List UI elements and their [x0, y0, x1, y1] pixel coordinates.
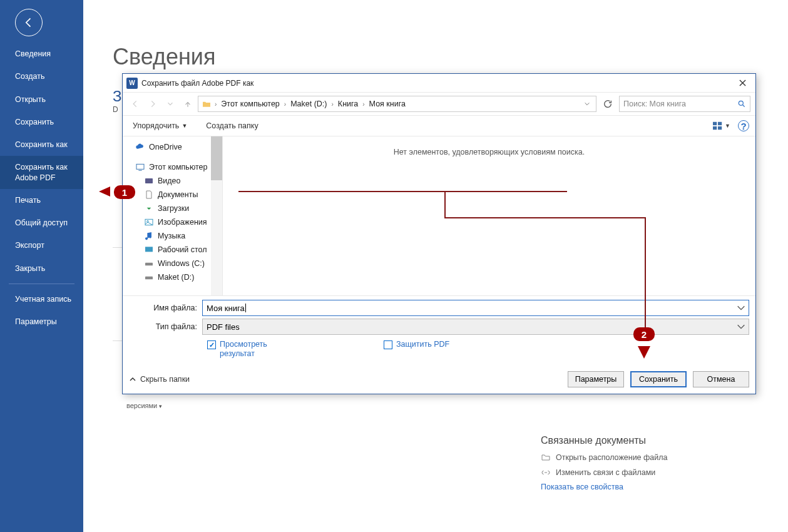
tree-item-desktop[interactable]: Рабочий стол — [123, 243, 222, 257]
sidebar-item-open[interactable]: Открыть — [0, 88, 83, 111]
close-icon — [739, 79, 746, 86]
svg-point-3 — [739, 101, 743, 105]
tree-item-images[interactable]: Изображения — [123, 215, 222, 229]
svg-rect-11 — [145, 178, 153, 183]
sidebar-item-save[interactable]: Сохранить — [0, 111, 83, 133]
tree-item-music[interactable]: Музыка — [123, 229, 222, 243]
filename-label: Имя файла: — [129, 304, 202, 312]
svg-line-4 — [743, 105, 745, 107]
related-heading: Связанные документы — [541, 435, 668, 446]
page-title: Сведения — [113, 44, 215, 70]
sidebar-item-print[interactable]: Печать — [0, 189, 83, 212]
doc-title-fragment: З — [113, 88, 122, 105]
breadcrumb-segment[interactable]: Этот компьютер — [219, 100, 281, 108]
nav-forward-button — [145, 96, 160, 111]
svg-rect-6 — [718, 122, 722, 125]
breadcrumb-segment[interactable]: Моя книга — [367, 100, 407, 108]
new-folder-button[interactable]: Создать папку — [202, 120, 262, 132]
arrow-left-icon — [23, 16, 35, 29]
doc-path-fragment: D — [113, 105, 118, 114]
folder-icon — [541, 453, 551, 463]
search-placeholder: Поиск: Моя книга — [623, 100, 686, 108]
tree-item-video[interactable]: Видео — [123, 174, 222, 188]
word-icon: W — [126, 78, 138, 89]
dialog-title: Сохранить файл Adobe PDF как — [141, 79, 733, 88]
breadcrumb-bar[interactable]: › Этот компьютер› Maket (D:)› Книга› Моя… — [198, 96, 596, 112]
save-button[interactable]: Сохранить — [630, 371, 687, 387]
protect-checkbox-label[interactable]: Защитить PDF — [396, 340, 449, 349]
show-all-properties-link[interactable]: Показать все свойства — [541, 483, 668, 491]
related-documents: Связанные документы Открыть расположение… — [541, 435, 668, 491]
annotation-line — [444, 191, 446, 217]
filetype-select[interactable]: PDF files — [202, 319, 749, 335]
nav-back-button — [128, 96, 143, 111]
sidebar-item-account[interactable]: Учетная запись — [0, 288, 83, 310]
preview-checkbox[interactable] — [207, 340, 216, 349]
filename-dropdown[interactable] — [736, 303, 746, 313]
svg-rect-9 — [136, 164, 144, 169]
edit-file-links-link[interactable]: Изменить связи с файлами — [541, 468, 668, 478]
file-list-area: Нет элементов, удовлетворяющих условиям … — [223, 136, 755, 295]
refresh-button[interactable] — [599, 96, 617, 112]
sidebar-item-options[interactable]: Параметры — [0, 310, 83, 333]
nav-up-button[interactable] — [180, 96, 195, 111]
tree-scrollbar[interactable] — [211, 136, 222, 295]
open-file-location-link[interactable]: Открыть расположение файла — [541, 453, 668, 463]
annotation-line — [238, 191, 567, 192]
sidebar-item-saveas[interactable]: Сохранить как — [0, 133, 83, 156]
tree-item-onedrive[interactable]: OneDrive — [123, 140, 222, 154]
sidebar-item-export[interactable]: Экспорт — [0, 234, 83, 257]
empty-message: Нет элементов, удовлетворяющих условиям … — [394, 148, 585, 156]
tree-item-thispc[interactable]: Этот компьютер — [123, 160, 222, 174]
hide-folders-toggle[interactable]: Скрыть папки — [129, 375, 190, 384]
nav-recent-button — [163, 96, 178, 111]
close-button[interactable] — [733, 76, 752, 91]
organize-button[interactable]: Упорядочить▼ — [129, 120, 191, 132]
filename-input[interactable]: Моя книга — [202, 300, 749, 316]
svg-rect-14 — [145, 247, 153, 252]
tree-item-drive-c[interactable]: Windows (C:) — [123, 257, 222, 270]
cancel-button[interactable]: Отмена — [693, 371, 749, 387]
folder-tree[interactable]: OneDrive Этот компьютер Видео Документы … — [123, 136, 223, 295]
back-button[interactable] — [15, 9, 43, 36]
annotation-line — [444, 217, 645, 218]
dialog-toolbar: Упорядочить▼ Создать папку ▼ ? — [123, 115, 755, 136]
svg-rect-5 — [713, 122, 717, 125]
sidebar-item-share[interactable]: Общий доступ — [0, 212, 83, 234]
chevron-up-icon — [129, 376, 136, 383]
tree-item-drive-d[interactable]: Maket (D:) — [123, 270, 222, 284]
svg-rect-8 — [718, 126, 722, 130]
links-icon — [541, 468, 551, 478]
search-icon — [737, 100, 746, 108]
options-button[interactable]: Параметры — [568, 371, 624, 387]
backstage-sidebar: Сведения Создать Открыть Сохранить Сохра… — [0, 0, 83, 532]
search-input[interactable]: Поиск: Моя книга — [619, 96, 750, 112]
filetype-label: Тип файла: — [129, 322, 202, 331]
dialog-titlebar: W Сохранить файл Adobe PDF как — [123, 74, 755, 93]
tree-item-downloads[interactable]: Загрузки — [123, 202, 222, 215]
breadcrumb-segment[interactable]: Maket (D:) — [289, 100, 329, 108]
protect-checkbox[interactable] — [384, 340, 392, 349]
tree-item-documents[interactable]: Документы — [123, 188, 222, 202]
sidebar-item-info[interactable]: Сведения — [0, 43, 83, 65]
view-mode-button[interactable]: ▼ — [713, 121, 730, 130]
annotation-line — [645, 217, 646, 336]
folder-icon — [201, 99, 212, 109]
filetype-dropdown[interactable] — [736, 322, 746, 332]
sidebar-divider — [9, 284, 74, 284]
sidebar-item-new[interactable]: Создать — [0, 65, 83, 88]
save-as-dialog: W Сохранить файл Adobe PDF как › Этот ко… — [122, 73, 756, 394]
sidebar-item-close[interactable]: Закрыть — [0, 257, 83, 280]
svg-rect-7 — [713, 126, 717, 130]
breadcrumb-segment[interactable]: Книга — [336, 100, 360, 108]
svg-rect-15 — [145, 263, 153, 266]
help-button[interactable]: ? — [738, 120, 749, 131]
sidebar-item-saveas-pdf[interactable]: Сохранить как Adobe PDF — [0, 156, 83, 189]
versions-dropdown[interactable]: версиями — [126, 402, 162, 409]
view-icon — [713, 121, 723, 130]
address-bar: › Этот компьютер› Maket (D:)› Книга› Моя… — [123, 93, 755, 115]
dialog-bottom: Имя файла: Моя книга Тип файла: PDF file… — [123, 295, 755, 394]
svg-rect-16 — [145, 277, 153, 280]
preview-checkbox-label[interactable]: Просмотреть результат — [220, 340, 295, 359]
breadcrumb-dropdown[interactable] — [581, 101, 593, 107]
